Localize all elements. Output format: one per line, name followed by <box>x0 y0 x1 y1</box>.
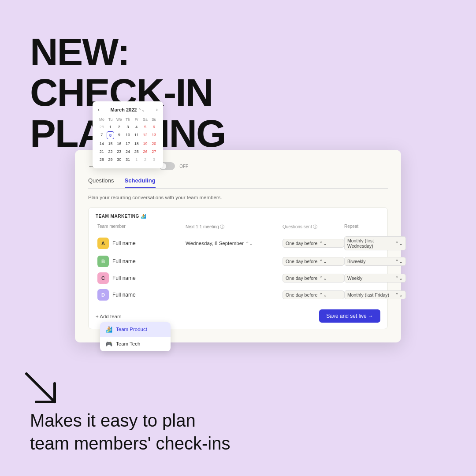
team-section: TEAM MARKETING 🏄 Team member Next 1:1 me… <box>88 207 388 329</box>
cal-month: March 2022 ⌃⌄ <box>111 107 145 112</box>
cal-prev[interactable]: ‹ <box>98 107 100 113</box>
cal-day[interactable]: 26 <box>141 148 149 155</box>
cal-day[interactable]: 18 <box>133 140 141 147</box>
calendar-popup: ‹ March 2022 ⌃⌄ › Mo Tu We Th Fr Sa Su 2… <box>93 101 163 168</box>
table-row: B Full name One day before ⌃⌄ Biweekly ⌃… <box>96 253 380 270</box>
member-cell-c: C Full name <box>97 272 186 284</box>
cal-day[interactable]: 7 <box>98 131 106 139</box>
col-questions: Questions sent ⓘ <box>283 224 344 230</box>
save-button[interactable]: Save and set live → <box>319 309 380 323</box>
cal-day[interactable]: 2 <box>115 123 123 130</box>
member-cell-a: A Full name <box>97 238 186 249</box>
cal-day[interactable]: 4 <box>133 123 141 130</box>
member-cell-b: B Full name <box>97 256 186 267</box>
cal-day[interactable]: 1 <box>133 156 141 163</box>
repeat-d[interactable]: Monthly (last Friday) ⌃⌄ <box>344 290 406 299</box>
questions-a[interactable]: One day before ⌃⌄ <box>283 239 344 248</box>
repeat-a[interactable]: Monthly (first Wednesday) ⌃⌄ <box>344 236 406 250</box>
team-name: TEAM MARKETING 🏄 <box>96 214 380 219</box>
cal-day[interactable]: 9 <box>115 131 123 139</box>
cal-day-header-fr: Fr <box>133 116 141 123</box>
member-name-a: Full name <box>112 240 136 246</box>
product-label: Team Product <box>116 327 147 332</box>
cal-day-header-th: Th <box>124 116 132 123</box>
questions-d[interactable]: One day before ⌃⌄ <box>283 290 344 299</box>
cal-day-header-we: We <box>115 116 123 123</box>
svg-line-0 <box>26 374 55 402</box>
cal-day[interactable]: 20 <box>150 140 158 147</box>
add-team-button[interactable]: + Add team <box>96 314 122 319</box>
table-row: C Full name One day before ⌃⌄ Weekly ⌃⌄ <box>96 270 380 286</box>
cal-next[interactable]: › <box>156 107 158 113</box>
cal-day[interactable]: 31 <box>124 156 132 163</box>
bottom-row: + Add team 🏄 Team Product 🎮 Team Tech Sa… <box>96 309 380 323</box>
headline-line1: NEW: <box>30 30 129 74</box>
cal-day[interactable]: 15 <box>107 140 115 147</box>
cal-day[interactable]: 16 <box>115 140 123 147</box>
cal-day[interactable]: 22 <box>107 148 115 155</box>
questions-b[interactable]: One day before ⌃⌄ <box>283 257 344 266</box>
cal-day[interactable]: 21 <box>98 148 106 155</box>
cal-day[interactable]: 2 <box>141 156 149 163</box>
plan-text: Plan your recurring conversations with y… <box>88 195 388 200</box>
table-header: Team member Next 1:1 meeting ⓘ Questions… <box>96 224 380 230</box>
cal-day-header-tu: Tu <box>107 116 115 123</box>
cal-day[interactable]: 28 <box>98 123 106 130</box>
cal-day-header-su: Su <box>150 116 158 123</box>
col-meeting: Next 1:1 meeting ⓘ <box>186 224 283 230</box>
cal-day[interactable]: 27 <box>150 148 158 155</box>
cal-day[interactable]: 17 <box>124 140 132 147</box>
dropdown-item-product[interactable]: 🏄 Team Product <box>100 322 171 337</box>
arrow-icon <box>23 370 58 405</box>
tech-label: Team Tech <box>116 341 140 346</box>
avatar-d: D <box>97 289 109 301</box>
col-member: Team member <box>97 224 186 230</box>
cal-day[interactable]: 28 <box>98 156 106 163</box>
tab-scheduling[interactable]: Scheduling <box>125 177 156 188</box>
cal-day[interactable]: 25 <box>133 148 141 155</box>
questions-c[interactable]: One day before ⌃⌄ <box>283 274 344 283</box>
table-row: D Full name One day before ⌃⌄ Monthly (l… <box>96 286 380 303</box>
cal-day[interactable]: 13 <box>150 131 158 139</box>
product-emoji: 🏄 <box>105 326 112 333</box>
team-dropdown: 🏄 Team Product 🎮 Team Tech <box>100 322 171 351</box>
cal-day[interactable]: 29 <box>107 156 115 163</box>
date-value-a: Wednesday, 8 September <box>186 241 244 246</box>
tab-questions[interactable]: Questions <box>88 177 114 188</box>
cal-day[interactable]: 14 <box>98 140 106 147</box>
toggle-label: OFF <box>179 164 188 169</box>
cal-day[interactable]: 19 <box>141 140 149 147</box>
cal-day[interactable]: 6 <box>150 123 158 130</box>
tech-emoji: 🎮 <box>105 341 112 347</box>
member-cell-d: D Full name <box>97 289 186 301</box>
tabs: Questions Scheduling <box>88 177 388 189</box>
date-select-a[interactable]: Wednesday, 8 September ⌃⌄ <box>186 241 283 246</box>
cal-day[interactable]: 3 <box>124 123 132 130</box>
cal-grid: Mo Tu We Th Fr Sa Su 28 1 2 3 4 5 6 7 8 … <box>98 116 158 163</box>
cal-day-header-sa: Sa <box>141 116 149 123</box>
chevron-icon-a: ⌃⌄ <box>245 241 253 246</box>
cal-day[interactable]: 10 <box>124 131 132 139</box>
ui-panel: ← Edit 1:1 check-in OFF Questions Schedu… <box>75 150 401 342</box>
avatar-c: C <box>97 272 109 284</box>
cal-day[interactable]: 5 <box>141 123 149 130</box>
repeat-b[interactable]: Biweekly ⌃⌄ <box>344 257 406 266</box>
cal-day-header-mo: Mo <box>98 116 106 123</box>
table-row: A Full name Wednesday, 8 September ⌃⌄ On… <box>96 234 380 253</box>
avatar-b: B <box>97 256 109 267</box>
col-repeat: Repeat <box>344 224 406 230</box>
cal-day[interactable]: 11 <box>133 131 141 139</box>
add-team-container: + Add team 🏄 Team Product 🎮 Team Tech <box>96 313 122 320</box>
cal-day[interactable]: 30 <box>115 156 123 163</box>
dropdown-item-tech[interactable]: 🎮 Team Tech <box>100 337 171 351</box>
cal-day[interactable]: 24 <box>124 148 132 155</box>
cal-day[interactable]: 3 <box>150 156 158 163</box>
cal-day[interactable]: 12 <box>141 131 149 139</box>
member-name-c: Full name <box>112 275 136 281</box>
cal-day-today[interactable]: 8 <box>107 131 115 139</box>
cal-day[interactable]: 23 <box>115 148 123 155</box>
cal-header: ‹ March 2022 ⌃⌄ › <box>98 107 158 113</box>
avatar-a: A <box>97 238 109 249</box>
repeat-c[interactable]: Weekly ⌃⌄ <box>344 274 406 283</box>
cal-day[interactable]: 1 <box>107 123 115 130</box>
